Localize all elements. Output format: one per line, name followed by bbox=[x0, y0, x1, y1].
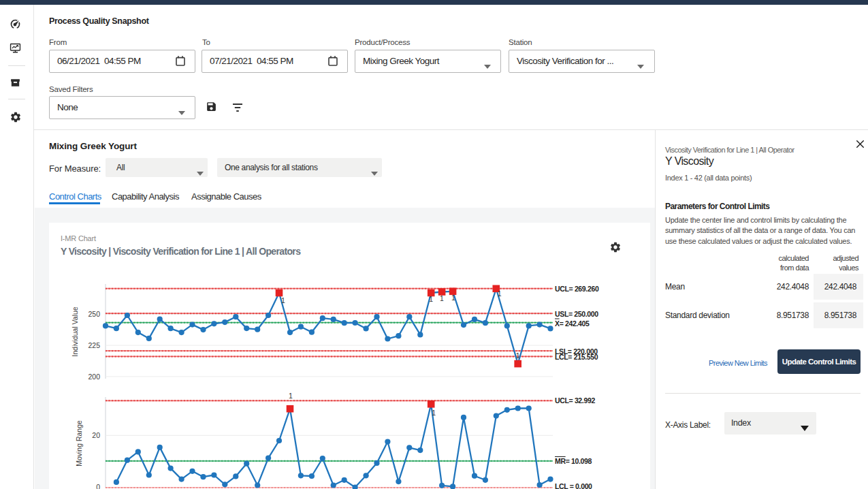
svg-text:1: 1 bbox=[516, 351, 520, 360]
svg-text:20: 20 bbox=[92, 431, 100, 439]
svg-text:1: 1 bbox=[432, 409, 436, 417]
svg-text:1: 1 bbox=[440, 294, 444, 302]
svg-text:1: 1 bbox=[451, 294, 455, 302]
svg-text:LCL= 215.550: LCL= 215.550 bbox=[555, 353, 598, 361]
svg-text:225: 225 bbox=[88, 341, 100, 349]
svg-text:200: 200 bbox=[88, 373, 100, 381]
svg-text:X= 242.405: X= 242.405 bbox=[555, 319, 590, 328]
svg-text:1: 1 bbox=[281, 296, 285, 304]
svg-text:0: 0 bbox=[96, 483, 100, 489]
svg-text:1: 1 bbox=[429, 295, 433, 303]
svg-text:UCL= 32.992: UCL= 32.992 bbox=[555, 396, 595, 405]
svg-text:Moving Range: Moving Range bbox=[75, 420, 83, 467]
svg-text:USL= 250.000: USL= 250.000 bbox=[555, 310, 598, 318]
svg-text:Individual Value: Individual Value bbox=[71, 306, 79, 357]
svg-text:LCL = 0.000: LCL = 0.000 bbox=[555, 482, 592, 489]
svg-text:UCL= 269.260: UCL= 269.260 bbox=[555, 285, 599, 293]
svg-text:250: 250 bbox=[88, 310, 100, 318]
svg-text:1: 1 bbox=[498, 289, 502, 298]
svg-text:MR= 10.098: MR= 10.098 bbox=[555, 457, 592, 465]
svg-text:1: 1 bbox=[289, 392, 293, 400]
